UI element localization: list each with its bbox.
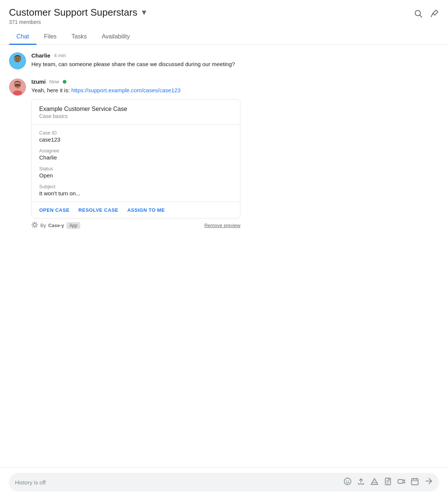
case-field-id: Case ID case123 [39, 130, 233, 143]
pin-icon[interactable] [430, 9, 439, 20]
message-text-charlie: Hey team, can someone please share the c… [31, 60, 439, 69]
case-field-value-status: Open [39, 172, 233, 179]
case-card-subtitle: Case basics [39, 113, 233, 119]
message-header-charlie: Charlie 4 min [31, 52, 439, 59]
case-field-assignee: Assignee Charlie [39, 148, 233, 161]
avatar-charlie [9, 52, 26, 69]
svg-point-20 [344, 478, 351, 485]
svg-rect-27 [398, 480, 403, 483]
video-icon[interactable] [397, 477, 405, 487]
svg-rect-28 [411, 479, 418, 485]
online-indicator [63, 80, 66, 84]
message-content-izumi: Izumi Now Yeah, here it is: https://supp… [31, 78, 439, 230]
case-field-subject: Subject It won't turn on... [39, 184, 233, 196]
case-link[interactable]: https://support.example.com/cases/case12… [71, 87, 181, 93]
case-field-value-assignee: Charlie [39, 154, 233, 161]
open-case-button[interactable]: OPEN CASE [39, 207, 69, 213]
input-placeholder[interactable]: History is off [15, 479, 339, 486]
member-count: 371 members [9, 19, 148, 25]
drive-icon[interactable] [370, 477, 379, 487]
message-time-charlie: 4 min [54, 53, 66, 58]
case-field-value-id: case123 [39, 136, 233, 143]
svg-point-4 [13, 63, 22, 69]
input-bar: History is off [0, 467, 448, 499]
input-icons [343, 477, 433, 488]
case-card-actions: OPEN CASE RESOLVE CASE ASSIGN TO ME [32, 202, 240, 218]
svg-rect-23 [385, 478, 391, 485]
search-icon[interactable] [414, 9, 423, 20]
header-icons [414, 7, 439, 20]
message-text-izumi: Yeah, here it is: https://support.exampl… [31, 86, 439, 95]
remove-preview-button[interactable]: Remove preview [204, 223, 240, 228]
case-field-label-subject: Subject [39, 184, 233, 189]
app-badge: App [66, 222, 80, 229]
app-name: Case-y [48, 223, 64, 228]
resolve-case-button[interactable]: RESOLVE CASE [78, 207, 118, 213]
svg-point-21 [346, 480, 347, 481]
header-left: Customer Support Superstars ▼ 371 member… [9, 7, 148, 25]
case-field-value-subject: It won't turn on... [39, 190, 233, 196]
sender-name-charlie: Charlie [31, 52, 50, 59]
case-field-label-status: Status [39, 166, 233, 171]
svg-point-5 [15, 56, 20, 62]
tab-tasks[interactable]: Tasks [64, 29, 94, 44]
case-field-status: Status Open [39, 166, 233, 179]
case-card-title: Example Customer Service Case [39, 106, 233, 112]
message-row-izumi: Izumi Now Yeah, here it is: https://supp… [9, 78, 439, 230]
group-name: Customer Support Superstars [9, 7, 137, 18]
by-app-row: By Case-y App Remove preview [31, 221, 240, 230]
send-button[interactable] [424, 477, 433, 488]
header: Customer Support Superstars ▼ 371 member… [0, 0, 448, 25]
dropdown-icon[interactable]: ▼ [140, 8, 148, 17]
svg-point-7 [18, 58, 19, 59]
svg-point-18 [13, 90, 22, 96]
tab-chat[interactable]: Chat [9, 29, 37, 44]
message-content-charlie: Charlie 4 min Hey team, can someone plea… [31, 52, 439, 69]
group-title: Customer Support Superstars ▼ [9, 7, 148, 18]
message-row: Charlie 4 min Hey team, can someone plea… [9, 52, 439, 69]
tab-files[interactable]: Files [37, 29, 64, 44]
svg-point-22 [348, 480, 349, 481]
by-app-left: By Case-y App [31, 221, 80, 230]
assign-to-me-button[interactable]: ASSIGN TO ME [127, 207, 165, 213]
input-container[interactable]: History is off [9, 473, 439, 492]
case-field-label-id: Case ID [39, 130, 233, 136]
tab-availability[interactable]: Availability [94, 29, 137, 44]
case-card-body: Case ID case123 Assignee Charlie Status … [32, 125, 240, 202]
svg-point-19 [33, 223, 36, 226]
svg-point-17 [17, 86, 18, 86]
avatar-izumi [9, 78, 26, 96]
casey-icon [31, 221, 38, 230]
upload-icon[interactable] [357, 477, 365, 487]
message-header-izumi: Izumi Now [31, 78, 439, 85]
svg-point-13 [18, 85, 19, 86]
svg-point-12 [16, 85, 17, 86]
calendar-icon[interactable] [411, 477, 419, 487]
svg-point-6 [16, 58, 17, 59]
svg-line-1 [420, 15, 422, 18]
emoji-icon[interactable] [343, 477, 352, 487]
case-card: Example Customer Service Case Case basic… [31, 99, 240, 218]
docs-icon[interactable] [384, 477, 392, 487]
chat-area: Charlie 4 min Hey team, can someone plea… [0, 45, 448, 246]
sender-name-izumi: Izumi [31, 78, 46, 85]
tabs: Chat Files Tasks Availability [0, 29, 448, 45]
message-time-izumi: Now [49, 79, 59, 84]
case-card-header: Example Customer Service Case Case basic… [32, 100, 240, 125]
case-field-label-assignee: Assignee [39, 148, 233, 154]
svg-point-8 [17, 59, 18, 60]
